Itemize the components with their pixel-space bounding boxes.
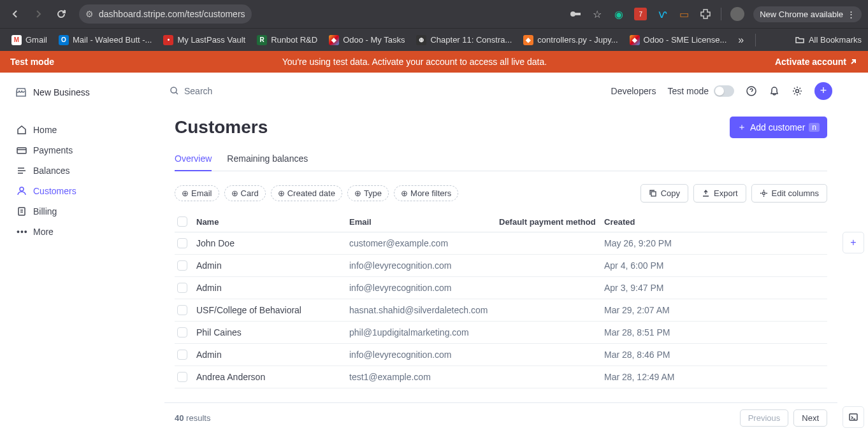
business-selector[interactable]: New Business [10, 84, 154, 101]
table-row[interactable]: Admininfo@levyrecognition.comApr 3, 9:47… [175, 277, 827, 299]
bookmark-item[interactable]: •My LastPass Vault [158, 32, 250, 48]
bookmark-item[interactable]: ⊕Chapter 11: Constra... [411, 32, 517, 48]
activate-account-link[interactable]: Activate account [775, 57, 858, 67]
notifications-icon[interactable] [769, 85, 780, 97]
sidebar-item-home[interactable]: Home [10, 120, 154, 140]
reload-button[interactable] [52, 5, 70, 23]
table-row[interactable]: Andrea Andersontest1@example.comMar 28, … [175, 366, 827, 388]
tab-overview[interactable]: Overview [175, 148, 212, 171]
next-button[interactable]: Next [793, 409, 827, 427]
extension-icon-2[interactable]: 7 [634, 8, 647, 20]
plus-icon: ＋ [737, 122, 746, 133]
edit-columns-button[interactable]: Edit columns [751, 184, 827, 202]
bookmark-favicon: ⊕ [416, 35, 426, 45]
column-email[interactable]: Email [349, 217, 499, 227]
select-all-checkbox[interactable] [177, 216, 187, 227]
tab-remaining-balances[interactable]: Remaining balances [227, 148, 308, 171]
svg-rect-1 [575, 13, 581, 15]
cell-email: phil@1updigitalmarketing.com [349, 327, 499, 337]
copy-icon [649, 189, 657, 197]
bookmark-item[interactable]: ◆controllers.py - Jupy... [518, 32, 623, 48]
add-icon: ⊕ [182, 188, 189, 198]
help-icon[interactable] [746, 85, 757, 97]
filter-more[interactable]: ⊕More filters [394, 185, 458, 201]
search-input[interactable]: Search [170, 86, 212, 96]
table-row[interactable]: Phil Cainesphil@1updigitalmarketing.comM… [175, 322, 827, 344]
export-button[interactable]: Export [693, 184, 746, 202]
bookmark-item[interactable]: MGmail [6, 32, 52, 48]
toggle-switch[interactable] [714, 85, 734, 97]
all-bookmarks-link[interactable]: All Bookmarks [795, 35, 862, 45]
sidebar-item-balances[interactable]: Balances [10, 160, 154, 181]
table-row[interactable]: USF/College of Behavioralhasnat.shahid@s… [175, 299, 827, 322]
settings-icon[interactable] [792, 85, 803, 97]
forward-button[interactable] [29, 5, 47, 23]
bookmark-item[interactable]: RRunbot R&D [252, 32, 322, 48]
cell-email: info@levyrecognition.com [349, 283, 499, 293]
row-checkbox[interactable] [177, 260, 187, 271]
test-mode-toggle[interactable]: Test mode [667, 85, 734, 97]
bookmark-label: controllers.py - Jupy... [537, 35, 618, 45]
extension-grammarly-icon[interactable]: ◉ [612, 8, 625, 20]
export-icon [702, 189, 710, 197]
test-mode-banner: Test mode You're using test data. Activa… [0, 51, 868, 73]
site-settings-icon[interactable]: ⚙ [85, 9, 94, 19]
sidebar-item-payments[interactable]: Payments [10, 140, 154, 160]
copy-button[interactable]: Copy [640, 184, 688, 202]
filter-created-date[interactable]: ⊕Created date [271, 185, 342, 201]
password-icon[interactable] [569, 8, 582, 20]
add-icon: ⊕ [278, 188, 285, 198]
add-customer-button[interactable]: ＋ Add customer n [730, 117, 827, 138]
banner-message: You're using test data. Activate your ac… [54, 57, 775, 67]
column-name[interactable]: Name [196, 217, 349, 227]
filter-email[interactable]: ⊕Email [175, 185, 219, 201]
extension-vimeo-icon[interactable]: ⱱ [656, 8, 669, 20]
bookmark-item[interactable]: ◆Odoo - SME License... [625, 32, 732, 48]
side-dev-button[interactable] [843, 406, 864, 428]
url-bar[interactable]: ⚙ dashboard.stripe.com/test/customers [79, 4, 252, 24]
bookmark-star-icon[interactable]: ☆ [591, 8, 604, 20]
row-checkbox[interactable] [177, 350, 187, 360]
bookmark-item[interactable]: ◆Odoo - My Tasks [324, 32, 410, 48]
update-chrome-button[interactable]: New Chrome available⋮ [753, 6, 862, 22]
results-count: 40 results [175, 413, 210, 423]
create-button[interactable]: + [814, 82, 832, 100]
previous-button[interactable]: Previous [740, 409, 789, 427]
developers-link[interactable]: Developers [611, 86, 656, 96]
browser-toolbar: ⚙ dashboard.stripe.com/test/customers ☆ … [0, 0, 868, 28]
sidebar-item-customers[interactable]: Customers [10, 181, 154, 201]
plus-icon: + [820, 84, 827, 97]
row-checkbox[interactable] [177, 305, 187, 315]
sidebar-item-billing[interactable]: Billing [10, 201, 154, 222]
cell-name: Admin [196, 350, 349, 360]
side-add-button[interactable]: + [843, 232, 864, 253]
cell-created: May 26, 9:20 PM [604, 238, 825, 248]
payments-icon [17, 145, 27, 155]
table-row[interactable]: Admininfo@levyrecognition.comApr 4, 6:00… [175, 255, 827, 277]
banner-left-label: Test mode [10, 57, 54, 67]
bookmark-favicon: M [11, 35, 22, 45]
customers-icon [17, 186, 27, 196]
bookmark-favicon: • [163, 35, 173, 45]
bookmark-label: My LastPass Vault [177, 35, 245, 45]
bookmark-item[interactable]: OMail - Waleed Butt -... [54, 32, 157, 48]
extensions-puzzle-icon[interactable] [699, 8, 712, 20]
back-button[interactable] [6, 5, 24, 23]
bookmarks-overflow-icon[interactable]: » [738, 34, 744, 46]
row-checkbox[interactable] [177, 372, 187, 382]
cell-email: customer@example.com [349, 238, 499, 248]
row-checkbox[interactable] [177, 238, 187, 248]
row-checkbox[interactable] [177, 327, 187, 337]
bookmark-favicon: ◆ [329, 35, 339, 45]
svg-point-7 [796, 89, 799, 92]
table-row[interactable]: John Doecustomer@example.comMay 26, 9:20… [175, 232, 827, 255]
table-row[interactable]: Admininfo@levyrecognition.comMar 28, 8:4… [175, 344, 827, 366]
extension-icon-4[interactable]: ▭ [677, 8, 690, 20]
column-created[interactable]: Created [604, 217, 825, 227]
profile-avatar-icon[interactable] [730, 7, 744, 21]
filter-type[interactable]: ⊕Type [347, 185, 389, 201]
column-payment-method[interactable]: Default payment method [499, 217, 604, 227]
sidebar-item-more[interactable]: ••• More [10, 222, 154, 242]
filter-card[interactable]: ⊕Card [224, 185, 266, 201]
row-checkbox[interactable] [177, 283, 187, 293]
